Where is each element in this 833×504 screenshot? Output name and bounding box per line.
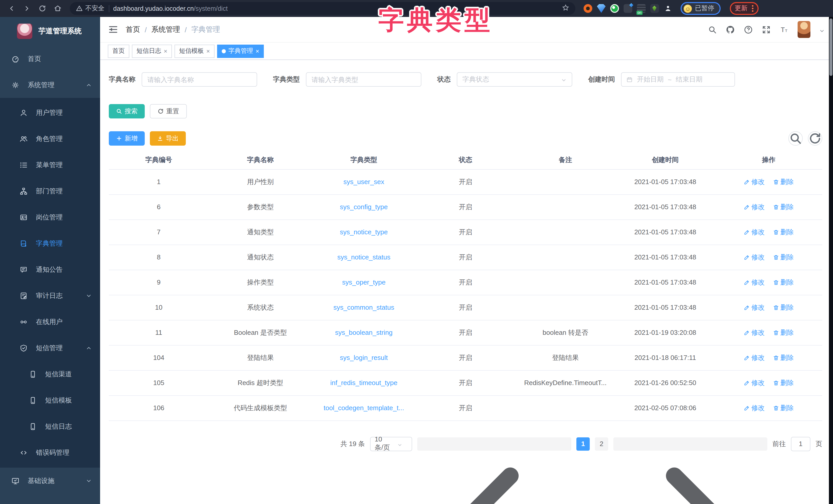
edit-link[interactable]: 修改 (744, 202, 765, 211)
scrollbar-thumb[interactable] (829, 19, 832, 76)
sidebar-item-infra[interactable]: 基础设施 (0, 468, 100, 494)
delete-link[interactable]: 删除 (773, 177, 794, 186)
sidebar-item-role[interactable]: 角色管理 (0, 126, 100, 152)
chevron-down-icon[interactable] (819, 27, 825, 32)
edit-link[interactable]: 修改 (744, 328, 765, 337)
add-button[interactable]: 新增 (109, 131, 145, 146)
edit-link[interactable]: 修改 (744, 278, 765, 287)
scrollbar[interactable] (829, 17, 833, 504)
dict-type-link[interactable]: sys_user_sex (343, 178, 384, 185)
edit-link[interactable]: 修改 (744, 227, 765, 236)
github-icon[interactable] (726, 25, 735, 34)
browser-menu-icon[interactable] (752, 5, 753, 12)
delete-link[interactable]: 删除 (773, 303, 794, 312)
dict-type-link[interactable]: sys_login_result (340, 354, 388, 361)
sidebar-item-online[interactable]: 在线用户 (0, 309, 100, 335)
sidebar-item-notice[interactable]: 通知公告 (0, 256, 100, 282)
font-size-icon[interactable]: TT (780, 25, 789, 34)
sidebar-item-sms-log[interactable]: 短信日志 (0, 413, 100, 439)
next-page-button[interactable] (613, 437, 767, 450)
search-icon[interactable] (708, 25, 717, 34)
extension-icon-gem[interactable] (597, 4, 605, 13)
app-logo[interactable]: 芋道管理系统 (0, 17, 100, 46)
sidebar-item-sms[interactable]: 短信管理 (0, 335, 100, 361)
goto-page-input[interactable] (791, 436, 810, 451)
refresh-table-button[interactable] (808, 131, 822, 146)
sidebar-item-menu[interactable]: 菜单管理 (0, 152, 100, 178)
delete-link[interactable]: 删除 (773, 353, 794, 362)
dict-type-link[interactable]: inf_redis_timeout_type (330, 379, 398, 386)
dict-type-link[interactable]: tool_codegen_template_t... (324, 404, 404, 412)
prev-page-button[interactable] (417, 437, 571, 450)
tab-sms-log[interactable]: 短信日志× (132, 44, 172, 58)
extension-icon-orange[interactable] (584, 4, 592, 13)
sidebar-item-user[interactable]: 用户管理 (0, 99, 100, 126)
extension-icon-tags[interactable] (624, 4, 632, 13)
home-icon[interactable] (51, 2, 64, 15)
back-icon[interactable] (5, 2, 18, 15)
sidebar-item-dept[interactable]: 部门管理 (0, 178, 100, 204)
tab-home[interactable]: 首页 (108, 44, 129, 58)
delete-link[interactable]: 删除 (773, 403, 794, 412)
delete-link[interactable]: 删除 (773, 227, 794, 236)
extension-icon-person[interactable] (664, 4, 672, 13)
extension-icon-sprout[interactable] (650, 4, 659, 13)
reset-button[interactable]: 重置 (150, 104, 187, 119)
sidebar-item-home[interactable]: 首页 (0, 46, 100, 72)
delete-link[interactable]: 删除 (773, 378, 794, 387)
fullscreen-icon[interactable] (762, 25, 771, 34)
date-range-picker[interactable]: 开始日期 ~ 结束日期 (621, 72, 735, 87)
search-button[interactable]: 搜索 (109, 104, 145, 119)
edit-link[interactable]: 修改 (744, 378, 765, 387)
collapse-sidebar-icon[interactable] (108, 24, 119, 34)
dict-type-link[interactable]: sys_notice_type (340, 228, 388, 236)
extension-icon-green-circle[interactable] (610, 4, 619, 13)
delete-link[interactable]: 删除 (773, 278, 794, 287)
help-icon[interactable] (744, 25, 753, 34)
address-bar[interactable]: 不安全 dashboard.yudao.iocoder.cn/system/di… (70, 2, 575, 15)
avatar[interactable] (798, 21, 810, 38)
close-icon[interactable]: × (164, 47, 167, 55)
dict-type-input[interactable] (306, 72, 421, 87)
sidebar-item-audit[interactable]: 审计日志 (0, 282, 100, 309)
edit-link[interactable]: 修改 (744, 253, 765, 262)
sidebar-item-sms-template[interactable]: 短信模板 (0, 387, 100, 413)
dict-name-input[interactable] (142, 72, 257, 87)
dict-type-link[interactable]: sys_common_status (333, 304, 394, 311)
tab-sms-template[interactable]: 短信模板× (174, 44, 215, 58)
delete-link[interactable]: 删除 (773, 202, 794, 211)
extension-icon-on-badge[interactable] (637, 4, 646, 13)
dict-type-link[interactable]: sys_notice_status (337, 253, 390, 261)
edit-link[interactable]: 修改 (744, 353, 765, 362)
sidebar-item-system[interactable]: 系统管理 (0, 72, 100, 98)
dict-type-link[interactable]: sys_boolean_string (335, 329, 392, 336)
security-badge[interactable]: 不安全 (76, 4, 104, 13)
sidebar-item-post[interactable]: 岗位管理 (0, 204, 100, 230)
delete-link[interactable]: 删除 (773, 253, 794, 262)
close-icon[interactable]: × (206, 47, 210, 55)
export-button[interactable]: 导出 (150, 131, 186, 146)
page-2-button[interactable]: 2 (595, 437, 608, 450)
forward-icon[interactable] (21, 2, 33, 15)
update-button[interactable]: 更新 (735, 4, 747, 13)
delete-link[interactable]: 删除 (773, 328, 794, 337)
edit-link[interactable]: 修改 (744, 403, 765, 412)
status-select[interactable]: 字典状态 (457, 72, 572, 87)
edit-link[interactable]: 修改 (744, 303, 765, 312)
bookmark-star-icon[interactable] (562, 4, 569, 13)
profile-paused-chip[interactable]: ☺ 已暂停 (681, 2, 720, 15)
tab-dict[interactable]: 字典管理× (217, 44, 264, 58)
sidebar-item-errcode[interactable]: 错误码管理 (0, 439, 100, 465)
page-size-select[interactable]: 10条/页 (370, 436, 412, 451)
sidebar-item-sms-channel[interactable]: 短信渠道 (0, 361, 100, 387)
dict-type-link[interactable]: sys_oper_type (342, 278, 385, 286)
sidebar-item-dict[interactable]: 字典管理 (0, 230, 100, 256)
edit-link[interactable]: 修改 (744, 177, 765, 186)
breadcrumb-home[interactable]: 首页 (126, 25, 140, 34)
toggle-search-button[interactable] (788, 131, 803, 146)
close-icon[interactable]: × (256, 47, 259, 55)
browser-update-area[interactable]: 更新 (730, 2, 758, 15)
dict-type-link[interactable]: sys_config_type (340, 203, 388, 211)
reload-icon[interactable] (36, 2, 48, 15)
page-1-button[interactable]: 1 (576, 437, 590, 450)
